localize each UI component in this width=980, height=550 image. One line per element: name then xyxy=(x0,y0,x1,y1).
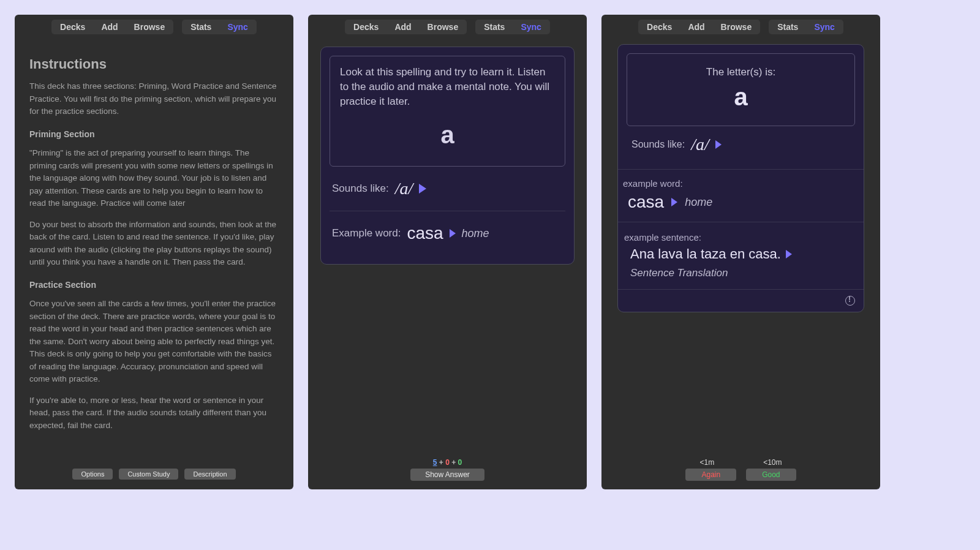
anki-window-card-front: Decks Add Browse Stats Sync Look at this… xyxy=(308,15,587,489)
card-prompt-box: Look at this spelling and try to learn i… xyxy=(330,56,565,167)
review-status: 5 + 0 + 0 Show Answer xyxy=(308,454,587,489)
ipa-text: /a/ xyxy=(691,135,709,154)
report-icon[interactable] xyxy=(845,296,855,306)
description-button[interactable]: Description xyxy=(184,469,235,480)
card-letter: a xyxy=(340,118,555,153)
nav-group-right: Stats Sync xyxy=(182,20,257,34)
plus1: + xyxy=(439,458,443,467)
nav-add[interactable]: Add xyxy=(394,22,411,32)
anki-window-card-back: Decks Add Browse Stats Sync The letter(s… xyxy=(601,15,880,489)
timing-row: <1m <10m xyxy=(601,458,880,467)
nav-browse[interactable]: Browse xyxy=(134,22,165,32)
example-translation: home xyxy=(462,227,489,240)
ipa-text: /a/ xyxy=(395,179,413,198)
practice-p1: Once you've seen all the cards a few tim… xyxy=(29,298,279,386)
custom-study-button[interactable]: Custom Study xyxy=(119,469,178,480)
card-panel: Look at this spelling and try to learn i… xyxy=(320,47,575,265)
top-nav: Decks Add Browse Stats Sync xyxy=(15,15,293,34)
practice-p2: If you're able to, more or less, hear th… xyxy=(29,394,279,432)
example-sentence-row: Ana lava la taza en casa. xyxy=(630,246,858,262)
again-button[interactable]: Again xyxy=(685,469,736,481)
instructions-title: Instructions xyxy=(29,54,279,74)
nav-browse[interactable]: Browse xyxy=(721,22,752,32)
nav-add[interactable]: Add xyxy=(688,22,704,32)
example-word: casa xyxy=(628,192,664,212)
sentence-translation: Sentence Translation xyxy=(630,267,858,279)
answer-box: The letter(s) is: a xyxy=(627,53,855,126)
good-button[interactable]: Good xyxy=(746,469,796,481)
timing-again: <1m xyxy=(699,458,714,467)
instructions-content: Instructions This deck has three section… xyxy=(15,34,293,462)
instructions-intro: This deck has three sections: Priming, W… xyxy=(29,80,279,118)
top-nav: Decks Add Browse Stats Sync xyxy=(308,15,587,34)
nav-decks[interactable]: Decks xyxy=(647,22,672,32)
top-nav: Decks Add Browse Stats Sync xyxy=(601,15,880,34)
example-word: casa xyxy=(407,224,443,243)
timing-good: <10m xyxy=(763,458,782,467)
play-ipa-icon[interactable] xyxy=(419,184,426,194)
nav-group-left: Decks Add Browse xyxy=(51,20,173,34)
count-learn: 0 xyxy=(445,458,450,467)
sounds-like-label: Sounds like: xyxy=(631,139,685,150)
nav-decks[interactable]: Decks xyxy=(353,22,379,32)
nav-stats[interactable]: Stats xyxy=(484,22,505,32)
play-sentence-icon[interactable] xyxy=(786,250,792,258)
play-ipa-icon[interactable] xyxy=(715,140,722,149)
priming-heading: Priming Section xyxy=(29,128,279,141)
nav-browse[interactable]: Browse xyxy=(428,22,459,32)
example-word-label: Example word: xyxy=(332,227,401,239)
answer-heading: The letter(s) is: xyxy=(633,62,848,83)
deck-bottom-buttons: Options Custom Study Description xyxy=(15,462,293,489)
count-new: 5 xyxy=(433,458,437,467)
play-word-icon[interactable] xyxy=(671,198,677,206)
example-sentence: Ana lava la taza en casa. xyxy=(630,246,781,262)
count-review: 0 xyxy=(458,458,462,467)
nav-group-right: Stats Sync xyxy=(769,20,843,34)
plus2: + xyxy=(451,458,456,467)
sounds-like-row: Sounds like: /a/ xyxy=(330,167,565,211)
nav-stats[interactable]: Stats xyxy=(777,22,798,32)
nav-group-right: Stats Sync xyxy=(475,20,550,34)
show-answer-button[interactable]: Show Answer xyxy=(410,469,484,481)
rate-buttons: Again Good xyxy=(601,469,880,481)
example-word-row: Example word: casa home xyxy=(330,211,565,255)
priming-p2: Do your best to absorb the information a… xyxy=(29,219,279,269)
nav-sync[interactable]: Sync xyxy=(814,22,834,32)
example-sentence-section: example sentence: Ana lava la taza en ca… xyxy=(618,222,864,289)
nav-stats[interactable]: Stats xyxy=(190,22,211,32)
nav-sync[interactable]: Sync xyxy=(227,22,247,32)
example-word-label: example word: xyxy=(618,170,864,189)
example-sentence-label: example sentence: xyxy=(624,232,858,243)
priming-p1: "Priming" is the act of preparing yourse… xyxy=(29,147,279,210)
example-translation: home xyxy=(685,196,712,209)
card-prompt-text: Look at this spelling and try to learn i… xyxy=(340,65,555,109)
card-area: Look at this spelling and try to learn i… xyxy=(308,34,587,454)
answer-panel: The letter(s) is: a Sounds like: /a/ exa… xyxy=(617,44,864,312)
sounds-like-label: Sounds like: xyxy=(332,183,389,195)
rating-area: <1m <10m Again Good xyxy=(601,454,880,489)
nav-add[interactable]: Add xyxy=(101,22,118,32)
practice-heading: Practice Section xyxy=(29,279,279,292)
nav-decks[interactable]: Decks xyxy=(60,22,85,32)
nav-sync[interactable]: Sync xyxy=(521,22,541,32)
example-word-row: casa home xyxy=(618,189,864,222)
card-area: The letter(s) is: a Sounds like: /a/ exa… xyxy=(601,34,880,454)
nav-group-left: Decks Add Browse xyxy=(638,20,760,34)
card-counts: 5 + 0 + 0 xyxy=(308,458,587,467)
answer-letter: a xyxy=(633,83,848,119)
anki-window-instructions: Decks Add Browse Stats Sync Instructions… xyxy=(15,15,293,489)
options-button[interactable]: Options xyxy=(72,469,113,480)
sounds-like-row: Sounds like: /a/ xyxy=(627,126,855,163)
play-word-icon[interactable] xyxy=(450,229,456,238)
nav-group-left: Decks Add Browse xyxy=(345,20,467,34)
